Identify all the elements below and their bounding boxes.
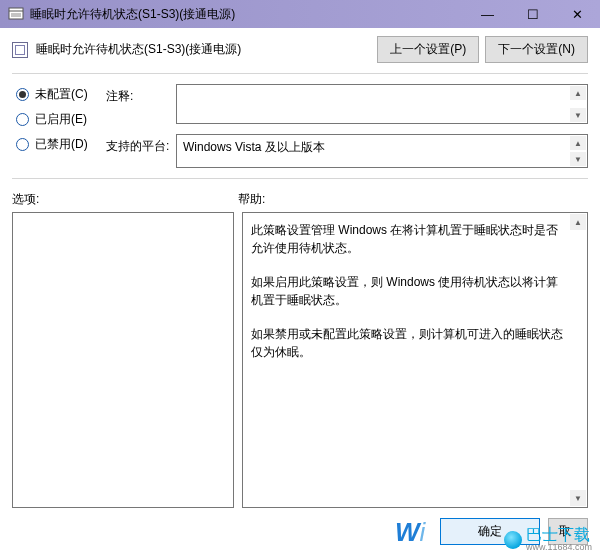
panes: 此策略设置管理 Windows 在将计算机置于睡眠状态时是否允许使用待机状态。 … xyxy=(0,208,600,508)
scroll-down-icon[interactable]: ▼ xyxy=(570,490,586,506)
help-paragraph: 如果禁用或未配置此策略设置，则计算机可进入的睡眠状态仅为休眠。 xyxy=(251,325,567,361)
minimize-button[interactable]: — xyxy=(465,0,510,28)
titlebar: 睡眠时允许待机状态(S1-S3)(接通电源) — ☐ ✕ xyxy=(0,0,600,28)
radio-not-configured[interactable]: 未配置(C) xyxy=(16,86,106,103)
help-label: 帮助: xyxy=(238,191,265,208)
config-section: 未配置(C) 已启用(E) 已禁用(D) 注释: ▲ ▼ 支持的平台: Wind… xyxy=(0,80,600,178)
supported-label: 支持的平台: xyxy=(106,134,176,155)
fields: 注释: ▲ ▼ 支持的平台: Windows Vista 及以上版本 ▲ ▼ xyxy=(106,84,588,178)
radio-label: 已禁用(D) xyxy=(35,136,88,153)
previous-setting-button[interactable]: 上一个设置(P) xyxy=(377,36,479,63)
radio-label: 已启用(E) xyxy=(35,111,87,128)
supported-text: Windows Vista 及以上版本 ▲ ▼ xyxy=(176,134,588,168)
divider xyxy=(12,178,588,179)
comment-textarea[interactable]: ▲ ▼ xyxy=(176,84,588,124)
scroll-up-icon[interactable]: ▲ xyxy=(570,214,586,230)
close-button[interactable]: ✕ xyxy=(555,0,600,28)
dialog-footer: 确定 取 xyxy=(0,508,600,554)
pane-labels: 选项: 帮助: xyxy=(0,185,600,208)
help-paragraph: 此策略设置管理 Windows 在将计算机置于睡眠状态时是否允许使用待机状态。 xyxy=(251,221,567,257)
cancel-button[interactable]: 取 xyxy=(548,518,588,545)
next-setting-button[interactable]: 下一个设置(N) xyxy=(485,36,588,63)
policy-header: 睡眠时允许待机状态(S1-S3)(接通电源) 上一个设置(P) 下一个设置(N) xyxy=(0,28,600,73)
radio-label: 未配置(C) xyxy=(35,86,88,103)
comment-label: 注释: xyxy=(106,84,176,105)
state-radio-group: 未配置(C) 已启用(E) 已禁用(D) xyxy=(16,84,106,178)
options-pane xyxy=(12,212,234,508)
ok-button[interactable]: 确定 xyxy=(440,518,540,545)
options-label: 选项: xyxy=(12,191,238,208)
window-title: 睡眠时允许待机状态(S1-S3)(接通电源) xyxy=(30,6,465,23)
radio-dot-icon xyxy=(16,138,29,151)
radio-disabled[interactable]: 已禁用(D) xyxy=(16,136,106,153)
help-pane: 此策略设置管理 Windows 在将计算机置于睡眠状态时是否允许使用待机状态。 … xyxy=(242,212,588,508)
radio-enabled[interactable]: 已启用(E) xyxy=(16,111,106,128)
maximize-button[interactable]: ☐ xyxy=(510,0,555,28)
scroll-up-icon[interactable]: ▲ xyxy=(570,136,586,150)
scroll-down-icon[interactable]: ▼ xyxy=(570,152,586,166)
policy-icon xyxy=(12,42,28,58)
window-controls: — ☐ ✕ xyxy=(465,0,600,28)
help-paragraph: 如果启用此策略设置，则 Windows 使用待机状态以将计算机置于睡眠状态。 xyxy=(251,273,567,309)
app-icon xyxy=(8,6,24,22)
scroll-down-icon[interactable]: ▼ xyxy=(570,108,586,122)
radio-dot-icon xyxy=(16,88,29,101)
policy-title: 睡眠时允许待机状态(S1-S3)(接通电源) xyxy=(36,41,377,58)
divider xyxy=(12,73,588,74)
radio-dot-icon xyxy=(16,113,29,126)
scroll-up-icon[interactable]: ▲ xyxy=(570,86,586,100)
